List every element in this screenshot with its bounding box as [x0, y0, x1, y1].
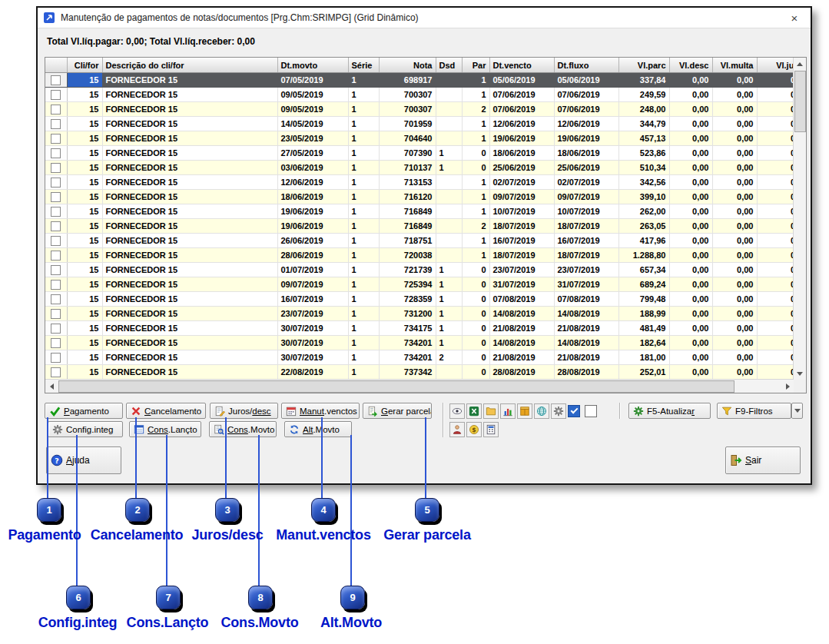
cell-nota[interactable]: 728359 [379, 292, 436, 307]
cell-par[interactable]: 0 [462, 350, 489, 365]
cell-check[interactable] [45, 117, 67, 131]
cell-nota[interactable]: 704640 [379, 131, 436, 146]
cell-dt_movto[interactable]: 01/07/2019 [277, 263, 348, 277]
cell-check[interactable] [45, 336, 67, 350]
grid-row[interactable]: 15FORNECEDOR 1501/07/201917217391023/07/… [45, 263, 807, 277]
cell-vl_multa[interactable]: 0,00 [712, 175, 757, 190]
cell-cli_for[interactable]: 15 [67, 175, 102, 190]
row-checkbox[interactable] [51, 309, 61, 319]
cell-vl_parc[interactable]: 252,01 [618, 365, 669, 380]
row-checkbox[interactable] [51, 134, 61, 144]
cell-serie[interactable]: 1 [348, 131, 379, 146]
cell-dsd[interactable]: 1 [436, 161, 462, 175]
cell-par[interactable]: 2 [462, 219, 489, 234]
globe-button[interactable] [534, 403, 549, 419]
cell-vl_desc[interactable]: 0,00 [669, 365, 712, 380]
cell-serie[interactable]: 1 [348, 292, 379, 307]
cell-serie[interactable]: 1 [348, 321, 379, 336]
cell-descricao_cli_for[interactable]: FORNECEDOR 15 [102, 263, 277, 277]
grid-row[interactable]: 15FORNECEDOR 1514/05/20191701959112/06/2… [45, 117, 807, 131]
cell-nota[interactable]: 716849 [379, 219, 436, 234]
row-checkbox[interactable] [51, 265, 61, 275]
cell-dt_movto[interactable]: 18/06/2019 [277, 190, 348, 204]
cell-dsd[interactable] [436, 365, 462, 380]
close-button[interactable]: × [784, 12, 805, 25]
cell-dt_vencto[interactable]: 02/07/2019 [489, 175, 554, 190]
cell-vl_parc[interactable]: 248,00 [618, 102, 669, 117]
cell-vl_desc[interactable]: 0,00 [669, 336, 712, 350]
cell-vl_multa[interactable]: 0,00 [712, 190, 757, 204]
row-checkbox[interactable] [51, 163, 61, 173]
cell-dt_vencto[interactable]: 12/06/2019 [489, 117, 554, 131]
cell-vl_parc[interactable]: 263,05 [618, 219, 669, 234]
cell-dsd[interactable] [436, 73, 462, 88]
cell-descricao_cli_for[interactable]: FORNECEDOR 15 [102, 146, 277, 161]
ajuda-button[interactable]: ?Ajuda [46, 446, 121, 474]
cell-dt_fluxo[interactable]: 07/06/2019 [554, 88, 618, 102]
cell-vl_desc[interactable]: 0,00 [669, 175, 712, 190]
juros-desc-button[interactable]: Juros/desc [210, 403, 278, 419]
row-checkbox[interactable] [51, 75, 61, 85]
cell-descricao_cli_for[interactable]: FORNECEDOR 15 [102, 307, 277, 321]
cell-dt_movto[interactable]: 30/07/2019 [277, 321, 348, 336]
grid-row[interactable]: 15FORNECEDOR 1516/07/201917283591007/08/… [45, 292, 807, 307]
cell-vl_desc[interactable]: 0,00 [669, 131, 712, 146]
cell-nota[interactable]: 716120 [379, 190, 436, 204]
cell-check[interactable] [45, 102, 67, 117]
cell-dt_movto[interactable]: 19/06/2019 [277, 204, 348, 219]
cell-descricao_cli_for[interactable]: FORNECEDOR 15 [102, 234, 277, 248]
cell-dt_fluxo[interactable]: 14/08/2019 [554, 307, 618, 321]
cell-check[interactable] [45, 350, 67, 365]
cell-dt_fluxo[interactable]: 21/08/2019 [554, 321, 618, 336]
cell-dt_vencto[interactable]: 21/08/2019 [489, 350, 554, 365]
cell-dsd[interactable]: 1 [436, 292, 462, 307]
cell-vl_parc[interactable]: 188,99 [618, 307, 669, 321]
cell-vl_multa[interactable]: 0,00 [712, 146, 757, 161]
cell-descricao_cli_for[interactable]: FORNECEDOR 15 [102, 73, 277, 88]
row-checkbox[interactable] [51, 207, 61, 217]
cell-check[interactable] [45, 263, 67, 277]
cell-dt_movto[interactable]: 09/07/2019 [277, 277, 348, 292]
cell-dt_vencto[interactable]: 18/07/2019 [489, 248, 554, 263]
cell-vl_parc[interactable]: 457,13 [618, 131, 669, 146]
cell-vl_parc[interactable]: 181,00 [618, 350, 669, 365]
cell-serie[interactable]: 1 [348, 88, 379, 102]
cell-dsd[interactable] [436, 102, 462, 117]
cell-dt_fluxo[interactable]: 18/06/2019 [554, 146, 618, 161]
cell-dt_movto[interactable]: 27/05/2019 [277, 146, 348, 161]
cell-cli_for[interactable]: 15 [67, 146, 102, 161]
gerar-parcela-button[interactable]: Gerar parcela [363, 403, 432, 419]
cell-check[interactable] [45, 277, 67, 292]
cell-vl_desc[interactable]: 0,00 [669, 307, 712, 321]
cell-par[interactable]: 0 [462, 161, 489, 175]
cell-check[interactable] [45, 204, 67, 219]
column-header-nota[interactable]: Nota [379, 58, 436, 73]
scroll-left-button[interactable] [45, 380, 58, 393]
cell-check[interactable] [45, 219, 67, 234]
cell-cli_for[interactable]: 15 [67, 336, 102, 350]
grid-row[interactable]: 15FORNECEDOR 1503/06/201917101371025/06/… [45, 161, 807, 175]
cell-dsd[interactable]: 1 [436, 277, 462, 292]
grid-row[interactable]: 15FORNECEDOR 1530/07/201917341751021/08/… [45, 321, 807, 336]
cell-vl_parc[interactable]: 657,34 [618, 263, 669, 277]
cell-vl_parc[interactable]: 337,84 [618, 73, 669, 88]
row-checkbox[interactable] [51, 119, 61, 129]
scroll-down-button[interactable] [794, 367, 806, 380]
cell-vl_desc[interactable]: 0,00 [669, 219, 712, 234]
cell-par[interactable]: 1 [462, 204, 489, 219]
cell-vl_multa[interactable]: 0,00 [712, 234, 757, 248]
cell-vl_multa[interactable]: 0,00 [712, 277, 757, 292]
cell-dsd[interactable]: 1 [436, 146, 462, 161]
cell-vl_multa[interactable]: 0,00 [712, 321, 757, 336]
cell-dt_vencto[interactable]: 31/07/2019 [489, 277, 554, 292]
vertical-scroll-thumb[interactable] [794, 71, 806, 132]
cell-vl_parc[interactable]: 249,59 [618, 88, 669, 102]
folder-button[interactable] [483, 403, 499, 419]
cell-dt_fluxo[interactable]: 23/07/2019 [554, 263, 618, 277]
cell-cli_for[interactable]: 15 [67, 73, 102, 88]
cell-dsd[interactable] [436, 88, 462, 102]
cell-vl_desc[interactable]: 0,00 [669, 146, 712, 161]
f5-atualizar-button[interactable]: F5-Atualizar [628, 403, 711, 419]
cell-check[interactable] [45, 365, 67, 380]
cell-cli_for[interactable]: 15 [67, 277, 102, 292]
